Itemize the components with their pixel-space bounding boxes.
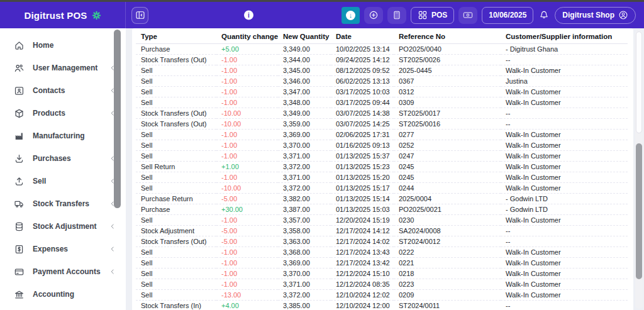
- sidebar-nav: HomeUser ManagementContactsProductsManuf…: [0, 34, 126, 306]
- cell-new-quantity: 3,369.00: [278, 130, 331, 140]
- cell-customer-supplier: --: [501, 236, 628, 247]
- chevron-left-icon: [109, 268, 116, 275]
- cell-quantity-change: -13.00: [216, 290, 278, 301]
- cell-type: Sell: [136, 87, 216, 97]
- sidebar-item-manufacturing[interactable]: Manufacturing: [0, 125, 126, 147]
- cell-quantity-change: -1.00: [216, 215, 278, 226]
- sidebar-item-label: Stock Transfers: [33, 199, 101, 208]
- sidebar-item-purchases[interactable]: Purchases: [0, 147, 126, 170]
- cell-type: Sell: [136, 97, 216, 108]
- sidebar-item-stock-adjustment[interactable]: Stock Adjustment: [0, 215, 126, 238]
- column-header-type: Type: [136, 29, 216, 44]
- date-button[interactable]: 10/06/2025: [482, 7, 533, 24]
- shop-account-button[interactable]: Digitrust Shop: [555, 7, 636, 24]
- cell-reference-no: 2025-0445: [394, 65, 501, 76]
- notifications-button[interactable]: [538, 7, 550, 24]
- cell-quantity-change: -1.00: [216, 247, 278, 258]
- column-header-date: Date: [331, 29, 394, 44]
- cell-date: 12/12/2024 15:10: [331, 268, 394, 279]
- upload-icon: [14, 176, 25, 187]
- cell-customer-supplier: Walk-In Customer: [501, 130, 628, 140]
- cell-new-quantity: 3,349.00: [278, 44, 331, 55]
- table-row: Purchase+5.003,349.0010/02/2025 13:14PO2…: [136, 44, 628, 55]
- vertical-scrollbar[interactable]: [635, 30, 643, 309]
- scrollbar-thumb[interactable]: [636, 143, 642, 279]
- sidebar-item-products[interactable]: Products: [0, 102, 126, 125]
- table-row: Sell-1.003,346.0006/02/2025 13:130367Jus…: [136, 76, 628, 87]
- cell-new-quantity: 3,347.00: [278, 87, 331, 97]
- table-row: Stock Transfers (Out)-1.003,344.0009/24/…: [136, 55, 628, 65]
- download-action-button[interactable]: ↓: [341, 7, 360, 24]
- cell-type: Sell: [136, 268, 216, 279]
- table-row: Sell-1.003,345.0008/12/2025 09:522025-04…: [136, 65, 628, 76]
- cell-reference-no: 2025/0004: [394, 194, 501, 204]
- cell-date: 01/13/2025 15:14: [331, 194, 394, 204]
- cell-date: 12/17/2024 14:12: [331, 226, 394, 236]
- cell-new-quantity: 3,370.00: [278, 268, 331, 279]
- add-button[interactable]: [364, 7, 383, 24]
- cash-register-button[interactable]: [458, 7, 477, 24]
- sidebar-item-label: User Management: [33, 64, 101, 72]
- cell-new-quantity: 3,349.00: [278, 108, 331, 119]
- users-icon: [14, 63, 25, 74]
- calculator-icon: [392, 10, 402, 20]
- cell-type: Stock Transfers (Out): [136, 55, 216, 65]
- info-icon[interactable]: i: [244, 11, 253, 20]
- cell-new-quantity: 3,371.00: [278, 172, 331, 183]
- cell-new-quantity: 3,382.00: [278, 194, 331, 204]
- cell-new-quantity: 3,348.00: [278, 97, 331, 108]
- sidebar-item-expenses[interactable]: Expenses: [0, 238, 126, 260]
- cell-type: Stock Adjustment: [136, 226, 216, 236]
- truck-icon: [14, 199, 25, 209]
- pos-button[interactable]: POS: [411, 7, 454, 24]
- cell-customer-supplier: Walk-In Customer: [501, 151, 628, 162]
- topbar-main: i ↓: [126, 2, 644, 28]
- cell-reference-no: 0245: [394, 172, 501, 183]
- cell-reference-no: SA2024/0008: [394, 226, 501, 236]
- cell-type: Stock Transfers (Out): [136, 108, 216, 119]
- table-row: Stock Transfers (Out)-10.003,349.0003/07…: [136, 108, 628, 119]
- cell-quantity-change: -1.00: [216, 140, 278, 151]
- cell-new-quantity: 3,359.00: [278, 119, 331, 130]
- cell-reference-no: 0367: [394, 76, 501, 87]
- cell-type: Sell: [136, 215, 216, 226]
- table-header-row: TypeQuantity changeNew QuantityDateRefer…: [136, 29, 628, 44]
- sidebar-item-sell[interactable]: Sell: [0, 170, 126, 192]
- cell-customer-supplier: Walk-In Customer: [501, 247, 628, 258]
- sidebar-item-home[interactable]: Home: [0, 34, 126, 57]
- cell-customer-supplier: Walk-In Customer: [501, 258, 628, 268]
- cell-reference-no: 0244: [394, 183, 501, 194]
- cell-customer-supplier: Walk-In Customer: [501, 162, 628, 172]
- cell-customer-supplier: Walk-In Customer: [501, 268, 628, 279]
- calculator-button[interactable]: [387, 7, 406, 24]
- sidebar-item-stock-transfers[interactable]: Stock Transfers: [0, 192, 126, 215]
- cell-date: 12/10/2024 12:00: [331, 301, 394, 310]
- banknote-icon: [463, 10, 473, 20]
- cell-date: 03/07/2025 14:25: [331, 119, 394, 130]
- cell-reference-no: 0245: [394, 162, 501, 172]
- brand-area[interactable]: Digitrust POS: [0, 2, 126, 28]
- cell-date: 10/02/2025 13:14: [331, 44, 394, 55]
- cell-date: 06/02/2025 13:13: [331, 76, 394, 87]
- sidebar-toggle-button[interactable]: [131, 7, 148, 24]
- scrollbar-thumb-top[interactable]: [636, 31, 642, 133]
- sidebar-item-accounting[interactable]: Accounting: [0, 283, 126, 306]
- cell-new-quantity: 3,357.00: [278, 215, 331, 226]
- sidebar-item-contacts[interactable]: Contacts: [0, 79, 126, 102]
- sidebar-item-label: Manufacturing: [33, 131, 116, 140]
- table-row: Sell-1.003,357.0012/20/2024 15:190230Wal…: [136, 215, 628, 226]
- cell-reference-no: PO2025/0040: [394, 44, 501, 55]
- cell-new-quantity: 3,371.00: [278, 151, 331, 162]
- cell-date: 01/13/2025 15:23: [331, 162, 394, 172]
- cell-reference-no: PO2025/0021: [394, 204, 501, 215]
- sidebar-item-user-management[interactable]: User Management: [0, 57, 126, 79]
- cell-quantity-change: -1.00: [216, 172, 278, 183]
- cell-type: Sell: [136, 130, 216, 140]
- sidebar-scrollbar-thumb[interactable]: [114, 30, 121, 208]
- cell-quantity-change: -1.00: [216, 87, 278, 97]
- cell-reference-no: ST2025/0016: [394, 119, 501, 130]
- cell-date: 03/17/2025 10:03: [331, 87, 394, 97]
- sidebar-item-payment-accounts[interactable]: Payment Accounts: [0, 260, 126, 283]
- cell-new-quantity: 3,387.00: [278, 204, 331, 215]
- cell-type: Purchase: [136, 44, 216, 55]
